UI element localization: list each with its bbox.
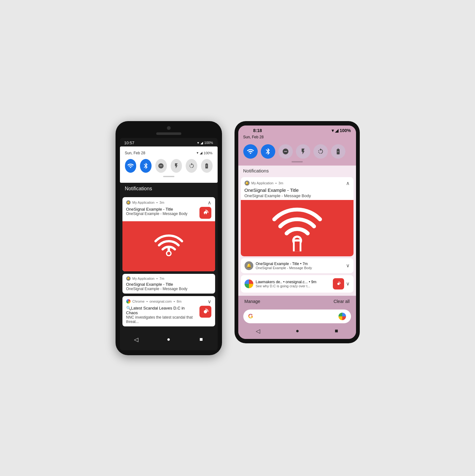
notif-1-chevron-up[interactable]: ∧ [208,200,211,206]
qs-handle [163,176,174,177]
phone-2-date: Sun, Feb 28 [243,135,264,139]
phone-1-time: 10:57 [124,141,135,145]
p2-qs-rotate-btn[interactable] [313,144,328,159]
phone-1-status-bar: 10:57 ▾ ◢ 100% [120,138,218,146]
p2-n3-time-span: 9m [311,280,317,284]
qs-bluetooth-btn[interactable] [140,159,152,173]
qs-dnd-btn[interactable] [155,159,167,173]
p2-notif-3-right: ∨ [333,278,350,289]
p2-notif-card-2[interactable]: 🔔 OneSignal Example - Title • 7m OneSign… [241,258,354,273]
notif-2-text: OneSignal Example - Title OneSignal Exam… [126,282,188,291]
phone-1-nav: ◁ ● ■ [120,329,218,350]
p2-notif-1-header: 🔔 My Application • 3m ∧ [241,177,354,187]
phone-2-wifi-icon: ▾ [332,128,334,133]
notif-card-2-header: 🔔 My Application • 7m [122,274,215,282]
manage-btn[interactable]: Manage [245,299,261,304]
p2-qs-dnd-btn[interactable] [278,144,293,159]
home-btn[interactable]: ● [163,333,175,346]
p2-qs-handle [292,161,303,162]
phone-2-battery: 100% [340,128,351,133]
phone-2-status-bar: 8:18 ▾ ◢ 100% [238,125,356,134]
phone-2-bottom-bar: Manage Clear all [238,296,356,307]
p2-notif-1-time: 3m [278,181,283,185]
phone-2-notif-header: Notifications [238,166,356,176]
phone-2-inner: 8:18 ▾ ◢ 100% Sun, Feb 28 [238,125,356,339]
p2-notif-card-1[interactable]: 🔔 My Application • 3m ∧ OneSignal Exampl… [241,177,354,256]
notif-card-1[interactable]: 🔔 My Application • 3m ∧ OneSignal Exampl… [122,197,215,271]
p2-qs-wifi-btn[interactable] [243,144,258,159]
notif-2-body: OneSignal Example - Title OneSignal Exam… [122,282,215,294]
notif-card-2[interactable]: 🔔 My Application • 7m OneSignal Example … [122,274,215,294]
notif-1-dot: • [156,201,157,204]
phone-2-date-row: Sun, Feb 28 [238,134,356,142]
notif-2-app-name: My Application [132,277,155,280]
notif-2-title: OneSignal Example - Title [126,282,188,287]
p2-notif-3-left: Lawmakers de.. • onesignal.c... • 9m See… [245,279,333,288]
p2-notif-1-app: My Application [251,181,274,185]
p2-notif-card-3[interactable]: Lawmakers de.. • onesignal.c... • 9m See… [241,275,354,293]
back-btn[interactable]: ◁ [130,333,142,346]
qs-flashlight-btn[interactable] [171,159,182,173]
notif-1-app-name: My Application [132,201,155,204]
p2-n2-time-span: 7m [302,262,308,266]
p2-notif-1-text: OneSignal Example - Title OneSignal Exam… [245,187,311,198]
p2-notif-2-chevron[interactable]: ∨ [346,263,350,269]
notif-header-label: Notifications [125,186,152,191]
p2-recents-btn[interactable]: ■ [335,328,338,335]
p2-notif-3-chevron[interactable]: ∨ [346,281,350,287]
notif-2-bell-icon: 🔔 [126,276,131,281]
p2-notif-3-msg: See why D.C is going crazy over t... [256,284,317,288]
notif-1-app-icon [199,207,211,219]
p2-notif-1-msg: OneSignal Example - Message Body [245,193,311,198]
notif-3-body: 🔍Latest Scandal Leaves D.C in Chaos NNC … [122,306,215,326]
notif-1-title: OneSignal Example - Title [126,207,188,212]
qs-wifi-icon: ▾ [197,151,199,155]
p2-notif-2-icon: 🔔 [245,261,253,270]
qs-rotate-btn[interactable] [186,159,197,173]
phone-2-time: 8:18 [243,128,262,133]
phone-1: 10:57 ▾ ◢ 100% Sun, Feb 28 ▾ ◢ 100% [116,121,222,355]
notif-card-3-header-left: Chrome • onesignal.com • 8m [126,299,182,304]
phone-2-status-icons: ▾ ◢ 100% [332,128,351,133]
p2-notif-2-row: 🔔 OneSignal Example - Title • 7m OneSign… [241,258,354,273]
p2-notif-1-body: OneSignal Example - Title OneSignal Exam… [241,187,354,200]
chrome-icon [126,299,131,304]
svg-point-6 [167,252,170,255]
notif-3-source: onesignal.com [149,299,172,303]
phone-2-nav: ◁ ● ■ [238,325,356,339]
p2-notif-3-row: Lawmakers de.. • onesignal.c... • 9m See… [241,275,354,293]
google-mic-icon[interactable] [338,313,346,320]
phone-1-camera [167,126,171,130]
qs-wifi-btn[interactable] [125,159,137,173]
p2-back-btn[interactable]: ◁ [256,328,260,335]
phone-1-status-icons: ▾ ◢ 100% [197,141,213,145]
notif-1-text: OneSignal Example - Title OneSignal Exam… [126,207,188,216]
notif-3-chevron-down[interactable]: ∨ [208,299,211,305]
p2-qs-battery-btn[interactable] [331,144,345,159]
notif-card-1-header: 🔔 My Application • 3m ∧ [122,197,215,207]
google-search-bar[interactable]: G [243,310,351,323]
p2-n2-app-span: OneSignal Example - Title [256,262,299,266]
notif-3-app-name: Chrome [132,299,145,303]
notif-3-title: 🔍Latest Scandal Leaves D.C in Chaos [126,306,197,315]
p2-notif-3-text: Lawmakers de.. • onesignal.c... • 9m See… [256,280,317,288]
p2-qs-bluetooth-btn[interactable] [261,144,275,159]
p2-notif-1-image [241,200,354,256]
phone-1-quick-settings: Sun, Feb 28 ▾ ◢ 100% [120,146,218,183]
phone-2-content: 🔔 My Application • 3m ∧ OneSignal Exampl… [238,176,356,296]
svg-point-2 [204,212,206,213]
p2-notif-2-left: 🔔 OneSignal Example - Title • 7m OneSign… [245,261,346,270]
clear-all-btn[interactable]: Clear all [333,299,349,304]
signal-icon: ◢ [200,141,203,145]
p2-n3-app-span: Lawmakers de.. [256,280,282,284]
p2-qs-flashlight-btn[interactable] [296,144,310,159]
qs-status-icons: ▾ ◢ 100% [197,151,212,155]
phone-1-screen: 10:57 ▾ ◢ 100% Sun, Feb 28 ▾ ◢ 100% [120,138,218,350]
p2-home-btn[interactable]: ● [296,328,299,335]
p2-notif-label: Notifications [243,168,269,173]
recents-btn[interactable]: ■ [195,333,208,346]
notif-card-3[interactable]: Chrome • onesignal.com • 8m ∨ 🔍Latest Sc… [122,296,215,326]
qs-battery-saver-btn[interactable] [201,159,213,173]
p2-notif-1-chevron[interactable]: ∧ [346,180,350,186]
p2-notif-1-header-left: 🔔 My Application • 3m [245,181,283,186]
